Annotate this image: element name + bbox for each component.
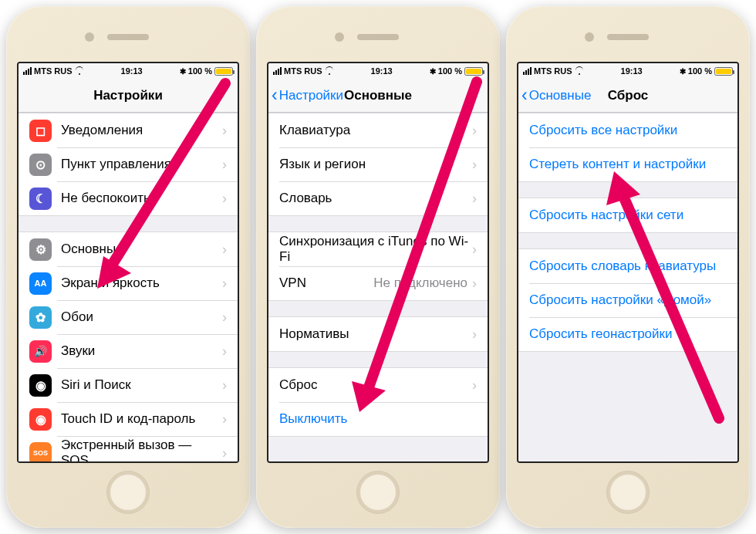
row-label: Выключить (279, 411, 477, 427)
settings-content[interactable]: ◻Уведомления›⊙Пункт управления›☾Не беспо… (19, 113, 238, 461)
chevron-right-icon: › (222, 191, 227, 207)
home-button[interactable] (356, 471, 400, 514)
phone-frame-2: MTS RUS 19:13 ✱ 100 % ‹ Настройки Основн… (256, 6, 500, 528)
phone3-screen: MTS RUS 19:13 ✱ 100 % ‹ Основные Сброс С… (517, 62, 739, 463)
settings-row[interactable]: Сбросить словарь клавиатуры (518, 249, 737, 283)
settings-row[interactable]: Выключить (268, 402, 488, 436)
row-label: Не беспокоить (61, 191, 222, 206)
settings-row-sos[interactable]: SOSЭкстренный вызов — SOS› (19, 436, 238, 461)
settings-row-dnd[interactable]: ☾Не беспокоить› (19, 181, 238, 215)
wifi-icon (325, 68, 334, 75)
home-button[interactable] (606, 471, 650, 514)
carrier-label: MTS RUS (284, 66, 322, 76)
chevron-right-icon: › (472, 157, 477, 173)
bluetooth-icon: ✱ (430, 67, 436, 76)
home-button[interactable] (106, 471, 150, 514)
front-camera (335, 32, 344, 42)
settings-group: Синхронизация с iTunes по Wi-Fi›VPNНе по… (268, 232, 488, 301)
reset-content[interactable]: Сбросить все настройкиСтереть контент и … (518, 113, 737, 461)
phone-frame-1: MTS RUS 19:13 ✱ 100 % Настройки ◻Уведомл… (6, 6, 250, 528)
back-label: Основные (529, 88, 592, 103)
settings-row-siri[interactable]: ◉Siri и Поиск› (19, 368, 238, 402)
row-label: Touch ID и код-пароль (61, 411, 222, 427)
chevron-right-icon: › (472, 326, 477, 343)
settings-row[interactable]: Стереть контент и настройки (518, 147, 737, 181)
chevron-left-icon: ‹ (272, 86, 278, 104)
chevron-right-icon: › (222, 411, 227, 428)
row-label: Пункт управления (61, 157, 222, 172)
row-label: Сбросить все настройки (529, 123, 727, 138)
row-label: Словарь (279, 191, 472, 206)
general-content[interactable]: Клавиатура›Язык и регион›Словарь›Синхрон… (268, 113, 488, 461)
settings-row[interactable]: Сбросить настройки сети (518, 198, 737, 232)
chevron-right-icon: › (472, 191, 477, 207)
dnd-icon: ☾ (29, 188, 52, 210)
row-label: Клавиатура (279, 123, 472, 138)
row-label: Сброс (279, 377, 472, 393)
general-icon: ⚙ (29, 238, 52, 261)
chevron-right-icon: › (222, 157, 227, 173)
row-label: Стереть контент и настройки (529, 157, 727, 172)
front-camera (85, 32, 94, 42)
wifi-icon (575, 68, 584, 75)
signal-icon (273, 67, 282, 75)
settings-row[interactable]: Нормативы› (268, 317, 488, 351)
back-label: Настройки (279, 88, 343, 103)
settings-row-notifications[interactable]: ◻Уведомления› (19, 113, 238, 147)
settings-row-control-center[interactable]: ⊙Пункт управления› (19, 147, 238, 181)
carrier-label: MTS RUS (534, 66, 572, 76)
nav-bar: Настройки (19, 79, 238, 113)
settings-row[interactable]: Синхронизация с iTunes по Wi-Fi› (268, 232, 488, 266)
settings-row[interactable]: Сбросить настройки «Домой» (518, 283, 737, 317)
row-label: Синхронизация с iTunes по Wi-Fi (279, 234, 472, 265)
row-label: Обои (61, 309, 222, 325)
battery-icon (214, 67, 233, 76)
settings-row[interactable]: VPNНе подключено› (268, 266, 488, 300)
siri-icon: ◉ (29, 374, 52, 397)
speaker-slot (607, 34, 649, 40)
bluetooth-icon: ✱ (680, 67, 686, 76)
chevron-right-icon: › (222, 123, 227, 139)
speaker-slot (107, 34, 149, 40)
settings-group: Нормативы› (268, 316, 488, 352)
row-label: Нормативы (279, 326, 472, 342)
settings-row-general[interactable]: ⚙Основные› (19, 232, 238, 266)
phone1-screen: MTS RUS 19:13 ✱ 100 % Настройки ◻Уведомл… (17, 62, 239, 463)
chevron-right-icon: › (222, 445, 227, 461)
settings-row[interactable]: Сбросить геонастройки (518, 317, 737, 351)
back-button[interactable]: ‹ Основные (521, 79, 591, 112)
battery-pct: 100 % (188, 66, 212, 76)
settings-row-display[interactable]: AAЭкран и яркость› (19, 266, 238, 300)
back-button[interactable]: ‹ Настройки (272, 79, 343, 112)
phone2-screen: MTS RUS 19:13 ✱ 100 % ‹ Настройки Основн… (267, 62, 489, 463)
settings-group-1: ◻Уведомления›⊙Пункт управления›☾Не беспо… (19, 113, 238, 216)
row-label: Звуки (61, 343, 222, 359)
carrier-label: MTS RUS (34, 66, 73, 76)
chevron-right-icon: › (222, 377, 227, 394)
row-label: Сбросить настройки «Домой» (529, 292, 727, 308)
chevron-right-icon: › (222, 309, 227, 326)
row-label: Уведомления (61, 123, 222, 138)
signal-icon (23, 67, 32, 75)
settings-row-wallpaper[interactable]: ✿Обои› (19, 300, 238, 334)
status-bar: MTS RUS 19:13 ✱ 100 % (19, 63, 238, 79)
chevron-right-icon: › (222, 242, 227, 258)
settings-row[interactable]: Клавиатура› (268, 113, 488, 147)
status-bar: MTS RUS 19:13 ✱ 100 % (518, 63, 737, 79)
page-title: Основные (344, 88, 412, 103)
chevron-right-icon: › (472, 242, 477, 258)
settings-group: Клавиатура›Язык и регион›Словарь› (268, 113, 488, 216)
settings-row-touchid[interactable]: ◉Touch ID и код-пароль› (19, 402, 238, 436)
settings-row[interactable]: Язык и регион› (268, 147, 488, 181)
chevron-right-icon: › (472, 123, 477, 139)
control-center-icon: ⊙ (29, 154, 52, 176)
settings-row-sounds[interactable]: 🔊Звуки› (19, 334, 238, 368)
touchid-icon: ◉ (29, 408, 52, 431)
settings-row[interactable]: Словарь› (268, 181, 488, 215)
row-label: Экстренный вызов — SOS (61, 438, 222, 461)
settings-row[interactable]: Сбросить все настройки (518, 113, 737, 147)
clock-label: 19:13 (621, 66, 643, 76)
settings-row[interactable]: Сброс› (268, 368, 488, 402)
row-label: Язык и регион (279, 157, 472, 172)
settings-group-2: ⚙Основные›AAЭкран и яркость›✿Обои›🔊Звуки… (19, 232, 238, 461)
